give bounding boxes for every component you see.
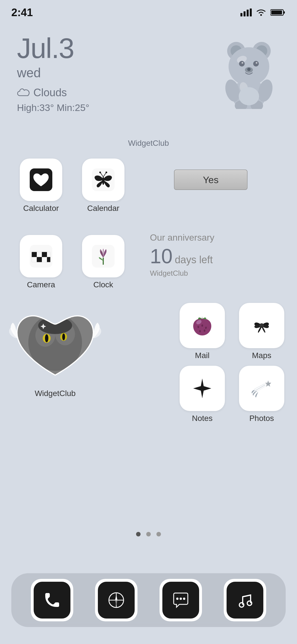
app-row-1: Calculator — [14, 159, 283, 213]
anniversary-number: 10 — [150, 245, 173, 268]
date-weather: Clouds — [17, 87, 89, 99]
calendar-icon[interactable] — [82, 159, 124, 201]
svg-point-4 — [260, 14, 262, 16]
date-day: wed — [17, 65, 89, 80]
status-bar: 2:41 — [0, 0, 297, 20]
widgetclub-label-1: WidgetClub — [0, 139, 297, 148]
svg-point-51 — [45, 334, 48, 342]
app-item-camera[interactable]: Camera — [14, 235, 68, 289]
messages-dock-icon[interactable] — [160, 579, 202, 621]
app-row-3: WidgetClub — [8, 300, 289, 423]
svg-point-74 — [247, 601, 252, 606]
yes-button[interactable]: Yes — [174, 170, 248, 190]
dock-item-messages[interactable] — [160, 579, 202, 621]
cat-image — [8, 300, 102, 385]
date-info: Jul.3 wed Clouds High:33° Min:25° — [17, 34, 89, 113]
bear-decoration — [218, 34, 280, 110]
camera-icon[interactable] — [20, 235, 62, 277]
svg-rect-36 — [37, 252, 42, 257]
music-icon — [234, 589, 256, 611]
battery-icon — [270, 8, 286, 16]
svg-rect-2 — [247, 10, 249, 16]
mail-icon[interactable] — [180, 303, 225, 348]
maps-label: Maps — [252, 351, 271, 360]
dot-2 — [146, 532, 151, 536]
svg-point-17 — [256, 62, 257, 64]
svg-rect-38 — [47, 252, 50, 257]
date-temp: High:33° Min:25° — [17, 102, 89, 113]
svg-rect-6 — [283, 11, 285, 14]
svg-point-59 — [204, 330, 205, 332]
cat-widget: WidgetClub — [8, 300, 102, 398]
svg-rect-42 — [47, 257, 50, 262]
notes-icon[interactable] — [180, 366, 225, 411]
safari-dock-icon[interactable] — [95, 579, 137, 621]
anniversary-title: Our anniversary — [150, 232, 214, 243]
phone-icon — [41, 589, 63, 611]
clock-icon[interactable] — [82, 235, 124, 277]
svg-rect-37 — [42, 252, 47, 257]
dock-item-safari[interactable] — [95, 579, 137, 621]
maps-icon[interactable] — [239, 303, 284, 348]
apps-2x2: Mail — [175, 303, 289, 423]
anniversary-widget: Our anniversary 10 days left WidgetClub — [144, 226, 235, 283]
date-widget: Jul.3 wed Clouds High:33° Min:25° — [17, 34, 280, 113]
svg-point-71 — [183, 598, 185, 600]
svg-point-69 — [176, 598, 178, 600]
status-icons — [240, 8, 286, 16]
svg-point-60 — [259, 323, 264, 328]
dock — [11, 573, 286, 627]
svg-point-29 — [102, 177, 104, 185]
clock-label: Clock — [93, 280, 113, 289]
svg-rect-0 — [240, 13, 242, 16]
phone-dock-icon[interactable] — [31, 579, 73, 621]
weather-label: Clouds — [33, 87, 67, 99]
cat-widget-label: WidgetClub — [35, 389, 76, 398]
page-dots — [0, 532, 297, 536]
svg-line-61 — [253, 385, 265, 392]
app-item-notes[interactable]: Notes — [175, 366, 229, 423]
notes-label: Notes — [192, 414, 212, 423]
photos-icon[interactable] — [239, 366, 284, 411]
yes-widget: Yes — [139, 170, 283, 190]
svg-rect-35 — [32, 252, 37, 257]
music-dock-icon[interactable] — [224, 579, 266, 621]
svg-point-32 — [99, 172, 101, 173]
svg-rect-1 — [244, 11, 246, 16]
safari-icon — [105, 589, 128, 611]
app-item-photos[interactable]: Photos — [235, 366, 289, 423]
status-time: 2:41 — [11, 7, 33, 19]
bear-svg — [221, 35, 277, 109]
svg-point-19 — [247, 68, 251, 71]
cloud-icon — [17, 88, 30, 98]
mail-label: Mail — [195, 351, 209, 360]
app-item-mail[interactable]: Mail — [175, 303, 229, 360]
svg-point-15 — [253, 61, 259, 67]
dot-1 — [136, 532, 141, 536]
svg-rect-41 — [42, 257, 47, 262]
svg-point-33 — [106, 172, 107, 173]
anniversary-count: 10 days left — [150, 245, 213, 268]
svg-point-70 — [180, 598, 182, 600]
svg-point-52 — [62, 333, 65, 340]
messages-icon — [169, 589, 192, 611]
app-item-clock[interactable]: Clock — [76, 235, 130, 289]
dock-item-music[interactable] — [224, 579, 266, 621]
calculator-icon[interactable] — [20, 159, 62, 201]
camera-label: Camera — [27, 280, 55, 289]
svg-marker-67 — [115, 594, 117, 600]
svg-rect-7 — [271, 10, 282, 14]
app-item-maps[interactable]: Maps — [235, 303, 289, 360]
app-item-calculator[interactable]: Calculator — [14, 159, 68, 213]
calendar-label: Calendar — [87, 204, 119, 213]
app-row-2: Camera Clock Our anniversary — [14, 226, 283, 298]
app-item-calendar[interactable]: Calendar — [76, 159, 130, 213]
svg-marker-68 — [115, 600, 117, 606]
dot-3 — [156, 532, 161, 536]
svg-rect-39 — [32, 257, 37, 262]
photos-label: Photos — [249, 414, 274, 423]
svg-point-56 — [201, 324, 203, 327]
dock-item-phone[interactable] — [31, 579, 73, 621]
date-main: Jul.3 — [17, 34, 89, 62]
svg-point-16 — [242, 62, 243, 64]
